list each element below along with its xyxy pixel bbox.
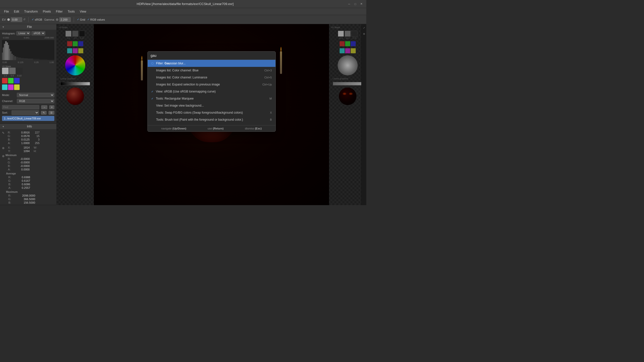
info-panel-header[interactable]: ▼ Info xyxy=(0,124,56,129)
svg-rect-1 xyxy=(2,53,3,60)
b-raw: 3 xyxy=(31,138,39,141)
maximum-label: Maximum xyxy=(6,191,54,193)
ev-input[interactable] xyxy=(11,17,22,22)
left-swatches-area: +0 Stops 1.0 0.5 0.10 xyxy=(2,65,54,90)
swatch-magenta[interactable] xyxy=(8,84,14,90)
window-controls[interactable]: ─ □ ✕ xyxy=(347,2,363,6)
titlebar: HDRView [/home/alex/data/file formats/ex… xyxy=(0,0,366,8)
menu-tools[interactable]: Tools xyxy=(66,9,77,14)
channel-select[interactable]: RGB xyxy=(17,99,54,103)
minimum-icon: ⊕ xyxy=(2,154,5,158)
pixel-values: R: 0.8916 227 G: 0.0578 15 B: 0.0125 xyxy=(6,131,54,145)
swatch-green[interactable] xyxy=(8,78,14,83)
gamma-slider[interactable] xyxy=(56,18,58,21)
avg-g-label: G: xyxy=(6,179,11,182)
command-item-9[interactable]: Tools: Default FG/BG colors (Default for… xyxy=(148,123,275,125)
swatch-blue[interactable] xyxy=(14,78,20,83)
command-item-3-label: Images list: Expand selection to previou… xyxy=(156,83,220,86)
ev-slider[interactable] xyxy=(7,18,10,21)
command-item-4[interactable]: ✓ View: sRGB (Use sRGB tonemapping curve… xyxy=(148,88,275,95)
command-item-1[interactable]: Images list: Color channel: Blue Ctrl+3 xyxy=(148,67,275,74)
swatches-row-1: 1.0 0.5 0.10 xyxy=(2,68,54,77)
mode-label: Mode: xyxy=(2,94,16,97)
sort-select[interactable] xyxy=(12,110,39,115)
grid-toggle[interactable]: ✓ Grid xyxy=(77,18,85,21)
yw-row: Y: 1094 H: xyxy=(6,149,54,153)
rgb-values-toggle[interactable]: ✓ RGB values xyxy=(87,18,105,21)
a-raw: 255 xyxy=(31,142,39,145)
stops-left-label: +0 Stops xyxy=(2,65,54,68)
close-button[interactable]: ✕ xyxy=(359,2,363,6)
avg-g-row: G: 0.6167 xyxy=(6,179,54,183)
command-item-1-label: Images list: Color channel: Blue xyxy=(156,69,199,72)
mode-select[interactable]: Normal xyxy=(17,93,54,97)
command-item-3[interactable]: Images list: Expand selection to previou… xyxy=(148,81,275,88)
menu-edit[interactable]: Edit xyxy=(12,9,21,14)
gamma-label: Gamma: xyxy=(44,18,55,21)
max-r-row: R: 2098.0000 xyxy=(6,194,54,197)
find-input[interactable] xyxy=(2,105,39,109)
srgb-toggle[interactable]: ✓ sRGB xyxy=(32,18,42,21)
command-input-wrap[interactable] xyxy=(148,52,275,60)
srgb-label: sRGB xyxy=(35,18,42,21)
position-info-area: ⊕ X: 1814 W: xyxy=(2,146,54,153)
swatch-gray2: 0.5 xyxy=(9,68,16,77)
find-control: → ≡ xyxy=(2,105,54,109)
swatch-cyan[interactable] xyxy=(2,84,8,90)
swatch-gray3: 0.10 xyxy=(16,68,23,77)
ev-reset-icon[interactable]: ↺ xyxy=(23,18,25,21)
mode-channel-area: Mode: Normal Channel: RGB → xyxy=(2,92,54,121)
svg-rect-11 xyxy=(14,56,16,60)
sort-list-btn[interactable]: ☰ xyxy=(49,111,54,115)
command-item-8[interactable]: Tools: Brush tool (Paint with the foregr… xyxy=(148,116,275,123)
command-item-0[interactable]: ⬡ Filter: Gaussian blur... xyxy=(148,60,275,67)
minimum-values: Minimum R: -0.0000 G: -0.0000 B: -0.0000 xyxy=(6,154,54,171)
find-btn[interactable]: → xyxy=(41,105,47,109)
command-item-9-left: Tools: Default FG/BG colors (Default for… xyxy=(151,125,247,125)
edit-icon[interactable]: ✎ xyxy=(2,131,5,135)
use-hint: use (Return) xyxy=(208,127,224,130)
histogram-display xyxy=(2,40,54,60)
menu-pixels[interactable]: Pixels xyxy=(41,9,53,14)
avg-a-value: 0.2557 xyxy=(13,186,30,189)
svg-rect-18 xyxy=(40,59,48,60)
sort-edit-btn[interactable]: ✎ xyxy=(41,111,47,115)
sort-btn[interactable]: ≡ xyxy=(49,105,54,109)
menu-transform[interactable]: Transform xyxy=(22,9,40,14)
minimize-button[interactable]: ─ xyxy=(347,2,351,6)
svg-rect-4 xyxy=(5,41,7,60)
gamma-input[interactable] xyxy=(59,17,71,22)
menu-file[interactable]: File xyxy=(2,9,11,14)
canvas-area[interactable]: +0 Stops 1.0 0.5 0.10 xyxy=(57,24,366,205)
restore-button[interactable]: □ xyxy=(353,2,357,6)
hist-bot-mid1: 0.125 xyxy=(18,61,23,64)
channel-label: Channel: xyxy=(2,100,16,103)
svg-rect-2 xyxy=(3,48,4,60)
dismiss-hint: dismiss (Esc) xyxy=(245,127,262,130)
file-panel-header[interactable]: ▼ File xyxy=(0,24,56,30)
file-panel-title: File xyxy=(5,25,54,29)
hist-bot-left: 0.00 xyxy=(3,61,7,64)
command-item-2[interactable]: Images list: Color channel: Luminance Ct… xyxy=(148,74,275,81)
menu-view[interactable]: View xyxy=(78,9,88,14)
file-list-item[interactable]: 1 ./exr/CCSkull_Linear709.exr xyxy=(2,116,54,121)
command-item-5[interactable]: ✓ Tools: Rectangular Marquee M xyxy=(148,95,275,102)
file-panel-arrow: ▼ xyxy=(2,26,5,28)
command-item-6-left: View: Set image view background... xyxy=(151,104,204,107)
a-value: 1.0000 xyxy=(12,142,30,145)
svg-rect-16 xyxy=(28,59,33,60)
histogram-channel-select[interactable]: sRGB xyxy=(31,31,45,35)
command-item-7[interactable]: Tools: Swap FG/BG colors (Swap foregroun… xyxy=(148,109,275,116)
command-search-input[interactable] xyxy=(151,54,272,58)
r-value: 0.8916 xyxy=(12,131,30,134)
command-item-7-left: Tools: Swap FG/BG colors (Swap foregroun… xyxy=(151,111,243,114)
min-a-value: 0.0000 xyxy=(12,168,30,171)
histogram-mode-select[interactable]: Linear xyxy=(16,31,30,35)
swatch-red[interactable] xyxy=(2,78,8,83)
window-title: HDRView [/home/alex/data/file formats/ex… xyxy=(23,2,347,6)
swatch-yellow[interactable] xyxy=(14,84,20,90)
g-label: G: xyxy=(6,134,11,138)
command-palette: ⬡ Filter: Gaussian blur... Images list: … xyxy=(147,51,276,132)
command-item-6[interactable]: View: Set image view background... xyxy=(148,102,275,109)
menu-filter[interactable]: Filter xyxy=(54,9,65,14)
